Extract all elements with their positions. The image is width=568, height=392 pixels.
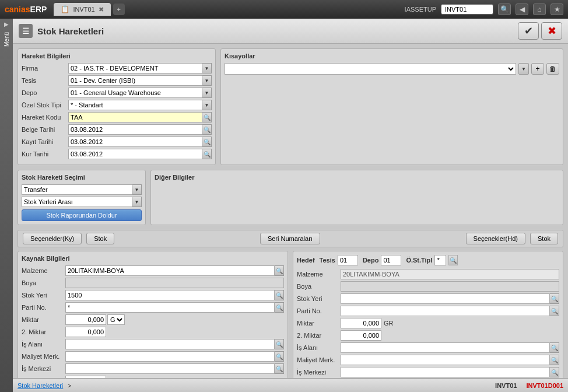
star-icon[interactable]: ★ [551,4,563,15]
hedef-maliyet-merk-input[interactable] [341,355,550,365]
hedef-tesis-inline: Tesis [320,255,358,265]
middle-panels-row: Stok Hareketi Seçimi ▼ ▼ Stok Raporundan… [17,170,563,225]
tesis-dropdown-icon[interactable]: ▼ [202,75,212,86]
tesis-input-area: ▼ [68,75,212,86]
hedef-stok-yeri-search-icon[interactable]: 🔍 [550,293,559,304]
firma-input[interactable] [68,63,202,74]
close-button[interactable]: ✖ [541,22,562,40]
footer-link[interactable]: Stok Hareketleri [17,382,63,389]
ozel-stok-dropdown-icon[interactable]: ▼ [202,100,212,110]
tesis-input[interactable] [68,75,202,86]
search-icon-btn[interactable]: 🔍 [498,4,511,15]
belge-tarihi-search-icon[interactable]: 🔍 [202,124,212,135]
hareket-kodu-search-icon[interactable]: 🔍 [202,112,212,123]
stok-type-dropdown-icon[interactable]: ▼ [132,184,142,195]
hedef-stok-yeri-input[interactable] [341,293,550,304]
tab-close-icon[interactable]: ✖ [99,6,104,13]
kur-tarihi-search-icon[interactable]: 🔍 [202,149,212,159]
kayit-tarihi-input[interactable] [68,136,202,147]
hedef-is-alani-search-icon[interactable]: 🔍 [550,342,559,353]
stok-subtype-dropdown-icon[interactable]: ▼ [132,197,142,207]
kisayollar-dropdown-icon[interactable]: ▼ [518,63,529,75]
tesis-label: Tesis [22,77,68,84]
kaynak-is-merkezi-input[interactable] [65,363,275,374]
kayit-tarihi-row: Kayıt Tarihi 🔍 [22,136,212,147]
firma-label: Firma [22,65,68,72]
add-tab-button[interactable]: + [113,4,125,15]
hedef-is-alani-input[interactable] [341,342,550,353]
depo-dropdown-icon[interactable]: ▼ [202,88,212,98]
kaynak-stok-yeri-input[interactable] [65,290,275,300]
kaynak-maliyet-merk-area: 🔍 [65,351,284,362]
depo-input[interactable] [68,88,202,98]
kayit-tarihi-search-icon[interactable]: 🔍 [202,136,212,147]
hedef-miktar-input[interactable] [341,318,381,328]
kisayollar-delete-button[interactable]: 🗑 [546,63,559,75]
confirm-button[interactable]: ✔ [518,22,539,40]
stok-raporu-button[interactable]: Stok Raporundan Doldur [22,209,142,221]
hedef-stok-yeri-label: Stok Yeri [297,295,341,302]
active-tab[interactable]: 📋 INVT01 ✖ [54,3,110,16]
kur-tarihi-input[interactable] [68,149,202,159]
hedef-parti-no-search-icon[interactable]: 🔍 [550,306,559,316]
hedef-tesis-input[interactable] [338,255,358,265]
kaynak-parti-no-input[interactable] [65,302,275,313]
secenekler-ky-button[interactable]: Seçenekler(Ky) [23,233,82,244]
hedef-is-merkezi-search-icon[interactable]: 🔍 [550,367,559,377]
kaynak-malzeme-input[interactable] [65,265,275,276]
hedef-parti-no-input[interactable] [341,306,550,316]
kaynak-is-alani-search-icon[interactable]: 🔍 [275,339,284,349]
hedef-maliyet-merk-search-icon[interactable]: 🔍 [550,355,559,365]
tesis-row: Tesis ▼ [22,75,212,86]
hareket-panel-title: Hareket Bilgileri [22,52,212,60]
kisayollar-select[interactable] [225,63,516,75]
kaynak-maliyet-merk-search-icon[interactable]: 🔍 [275,351,284,362]
kaynak-miktar2-label: 2. Miktar [22,328,65,335]
hedef-maliyet-merk-area: 🔍 [341,355,559,365]
kaynak-is-merkezi-search-icon[interactable]: 🔍 [275,363,284,374]
hedef-miktar-unit: GR [384,320,394,327]
kaynak-maliyet-merk-input[interactable] [65,351,275,362]
kaynak-miktar2-input[interactable] [65,327,106,337]
kisayollar-add-button[interactable]: + [531,63,544,75]
hedef-depo-input[interactable] [381,255,401,265]
belge-tarihi-label: Belge Tarihi [22,126,68,133]
top-search-input[interactable] [441,4,493,15]
kaynak-stok-yeri-area: 🔍 [65,290,284,300]
kaynak-stok-yeri-search-icon[interactable]: 🔍 [275,290,284,300]
kaynak-miktar-input[interactable] [65,314,106,325]
stok-button[interactable]: Stok [86,233,114,244]
seri-numaralari-button[interactable]: Seri Numaraları [260,233,320,244]
hedef-is-merkezi-input[interactable] [341,367,550,377]
stok-subtype-input[interactable] [22,197,132,207]
belge-tarihi-input[interactable] [68,124,202,135]
kaynak-is-alani-input[interactable] [65,339,275,349]
stok2-button[interactable]: Stok [530,233,558,244]
ozel-stok-input[interactable] [68,100,202,110]
kaynak-malzeme-search-icon[interactable]: 🔍 [275,265,284,276]
ozel-stok-label: Özel Stok Tipi [22,102,68,108]
kaynak-is-alani-row: İş Alanı 🔍 [22,339,284,349]
depo-input-area: ▼ [68,88,212,98]
hedef-miktar2-label: 2. Miktar [297,332,341,339]
top-bar: caniasERP 📋 INVT01 ✖ + IASSETUP 🔍 ◀ ⌂ ★ [0,0,568,19]
home-icon[interactable]: ⌂ [533,4,546,15]
hedef-ost-search-icon[interactable]: 🔍 [448,255,458,265]
secenekler-hd-button[interactable]: Seçenekler(Hd) [466,233,525,244]
hareket-kodu-input-area: 🔍 [68,112,212,123]
hedef-is-merkezi-area: 🔍 [341,367,559,377]
hedef-miktar2-input[interactable] [341,330,381,341]
stok-hareketi-panel: Stok Hareketi Seçimi ▼ ▼ Stok Raporundan… [17,170,146,225]
hedef-ost-label: Ö.St.Tipl [406,257,432,264]
nav-back-icon[interactable]: ◀ [516,4,528,15]
kaynak-miktar-unit-select[interactable]: GR [107,314,125,325]
kaynak-parti-no-area: 🔍 [65,302,284,313]
stok-type-input[interactable] [22,184,132,195]
hedef-ost-input[interactable] [434,255,446,265]
hedef-parti-no-row: Parti No. 🔍 [297,306,559,316]
hareket-kodu-input[interactable] [68,112,202,123]
kaynak-parti-no-search-icon[interactable]: 🔍 [275,302,284,313]
hedef-boya-row: Boya [297,281,559,292]
side-arrow-icon[interactable]: ▶ [4,21,9,27]
firma-dropdown-icon[interactable]: ▼ [202,63,212,74]
